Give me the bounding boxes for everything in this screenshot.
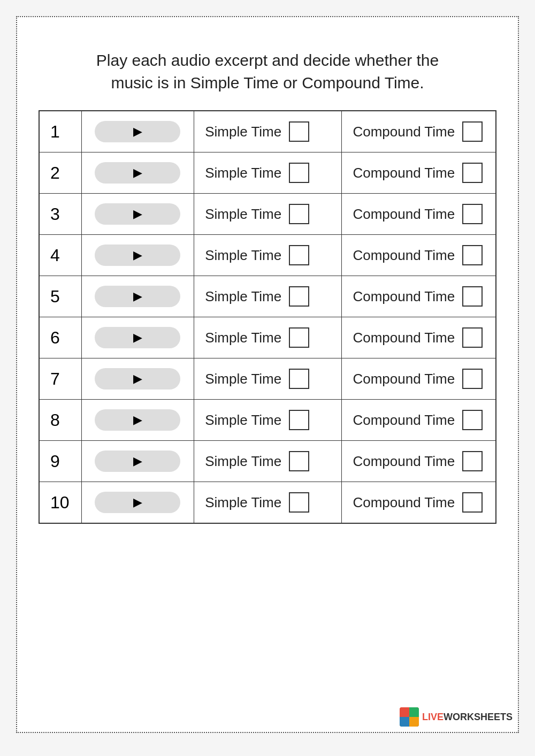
simple-time-checkbox[interactable] <box>289 451 309 471</box>
audio-cell[interactable]: ▶ <box>81 152 194 194</box>
simple-time-cell: Simple Time <box>194 441 342 482</box>
simple-time-checkbox[interactable] <box>289 492 309 513</box>
simple-time-cell: Simple Time <box>194 111 342 152</box>
simple-time-checkbox[interactable] <box>289 204 309 224</box>
play-icon: ▶ <box>133 289 142 303</box>
compound-time-checkbox[interactable] <box>462 245 483 265</box>
simple-time-label: Simple Time <box>205 371 281 387</box>
audio-player[interactable]: ▶ <box>95 492 180 513</box>
simple-time-checkbox[interactable] <box>289 369 309 389</box>
row-number: 1 <box>39 111 81 152</box>
audio-player[interactable]: ▶ <box>95 368 180 390</box>
compound-time-cell: Compound Time <box>342 194 496 235</box>
simple-time-checkbox[interactable] <box>289 245 309 265</box>
instructions-text: Play each audio excerpt and decide wheth… <box>39 49 496 94</box>
page: Play each audio excerpt and decide wheth… <box>0 0 535 756</box>
compound-time-checkbox[interactable] <box>462 163 483 183</box>
compound-time-checkbox[interactable] <box>462 369 483 389</box>
table-row: 3▶ Simple Time Compound Time <box>39 194 496 235</box>
compound-time-checkbox[interactable] <box>462 121 483 142</box>
table-row: 8▶ Simple Time Compound Time <box>39 400 496 441</box>
play-icon: ▶ <box>133 495 142 509</box>
questions-table: 1▶ Simple Time Compound Time 2▶ Simple T… <box>39 110 496 524</box>
compound-option-row: Compound Time <box>353 121 485 142</box>
table-row: 2▶ Simple Time Compound Time <box>39 152 496 194</box>
compound-time-label: Compound Time <box>353 288 455 305</box>
compound-time-checkbox[interactable] <box>462 204 483 224</box>
compound-time-checkbox[interactable] <box>462 286 483 307</box>
compound-time-label: Compound Time <box>353 412 455 429</box>
play-icon: ▶ <box>133 207 142 221</box>
compound-time-label: Compound Time <box>353 165 455 181</box>
audio-cell[interactable]: ▶ <box>81 276 194 317</box>
logo-text: LIVEWORKSHEETS <box>422 712 513 723</box>
compound-time-cell: Compound Time <box>342 152 496 194</box>
compound-time-cell: Compound Time <box>342 317 496 358</box>
logo-icon <box>400 707 419 727</box>
compound-time-cell: Compound Time <box>342 400 496 441</box>
simple-time-cell: Simple Time <box>194 152 342 194</box>
audio-player[interactable]: ▶ <box>95 286 180 307</box>
simple-time-label: Simple Time <box>205 124 281 140</box>
compound-time-checkbox[interactable] <box>462 410 483 430</box>
simple-time-label: Simple Time <box>205 206 281 223</box>
compound-time-checkbox[interactable] <box>462 492 483 513</box>
compound-option-row: Compound Time <box>353 245 485 265</box>
simple-time-cell: Simple Time <box>194 400 342 441</box>
audio-player[interactable]: ▶ <box>95 203 180 225</box>
play-icon: ▶ <box>133 454 142 468</box>
row-number: 9 <box>39 441 81 482</box>
simple-time-cell: Simple Time <box>194 194 342 235</box>
simple-time-label: Simple Time <box>205 288 281 305</box>
compound-time-label: Compound Time <box>353 494 455 511</box>
simple-time-checkbox[interactable] <box>289 286 309 307</box>
simple-time-checkbox[interactable] <box>289 327 309 348</box>
compound-time-cell: Compound Time <box>342 441 496 482</box>
audio-player[interactable]: ▶ <box>95 121 180 142</box>
audio-player[interactable]: ▶ <box>95 409 180 431</box>
simple-time-label: Simple Time <box>205 247 281 264</box>
simple-time-checkbox[interactable] <box>289 163 309 183</box>
compound-option-row: Compound Time <box>353 204 485 224</box>
row-number: 7 <box>39 358 81 400</box>
simple-option-row: Simple Time <box>205 163 331 183</box>
audio-cell[interactable]: ▶ <box>81 441 194 482</box>
table-row: 7▶ Simple Time Compound Time <box>39 358 496 400</box>
simple-time-cell: Simple Time <box>194 317 342 358</box>
audio-player[interactable]: ▶ <box>95 327 180 348</box>
simple-time-label: Simple Time <box>205 165 281 181</box>
compound-option-row: Compound Time <box>353 451 485 471</box>
row-number: 6 <box>39 317 81 358</box>
simple-option-row: Simple Time <box>205 204 331 224</box>
simple-option-row: Simple Time <box>205 410 331 430</box>
play-icon: ▶ <box>133 248 142 262</box>
compound-time-label: Compound Time <box>353 247 455 264</box>
simple-time-cell: Simple Time <box>194 482 342 524</box>
simple-time-label: Simple Time <box>205 330 281 346</box>
audio-cell[interactable]: ▶ <box>81 400 194 441</box>
compound-time-label: Compound Time <box>353 453 455 470</box>
audio-player[interactable]: ▶ <box>95 450 180 472</box>
compound-time-cell: Compound Time <box>342 111 496 152</box>
table-row: 4▶ Simple Time Compound Time <box>39 235 496 276</box>
compound-time-cell: Compound Time <box>342 358 496 400</box>
audio-player[interactable]: ▶ <box>95 162 180 184</box>
audio-cell[interactable]: ▶ <box>81 194 194 235</box>
simple-time-checkbox[interactable] <box>289 121 309 142</box>
simple-option-row: Simple Time <box>205 245 331 265</box>
audio-player[interactable]: ▶ <box>95 245 180 266</box>
play-icon: ▶ <box>133 125 142 139</box>
simple-time-checkbox[interactable] <box>289 410 309 430</box>
audio-cell[interactable]: ▶ <box>81 482 194 524</box>
compound-time-label: Compound Time <box>353 371 455 387</box>
audio-cell[interactable]: ▶ <box>81 111 194 152</box>
audio-cell[interactable]: ▶ <box>81 317 194 358</box>
row-number: 4 <box>39 235 81 276</box>
compound-time-cell: Compound Time <box>342 235 496 276</box>
play-icon: ▶ <box>133 166 142 180</box>
audio-cell[interactable]: ▶ <box>81 358 194 400</box>
compound-time-checkbox[interactable] <box>462 451 483 471</box>
compound-time-checkbox[interactable] <box>462 327 483 348</box>
audio-cell[interactable]: ▶ <box>81 235 194 276</box>
compound-time-cell: Compound Time <box>342 276 496 317</box>
